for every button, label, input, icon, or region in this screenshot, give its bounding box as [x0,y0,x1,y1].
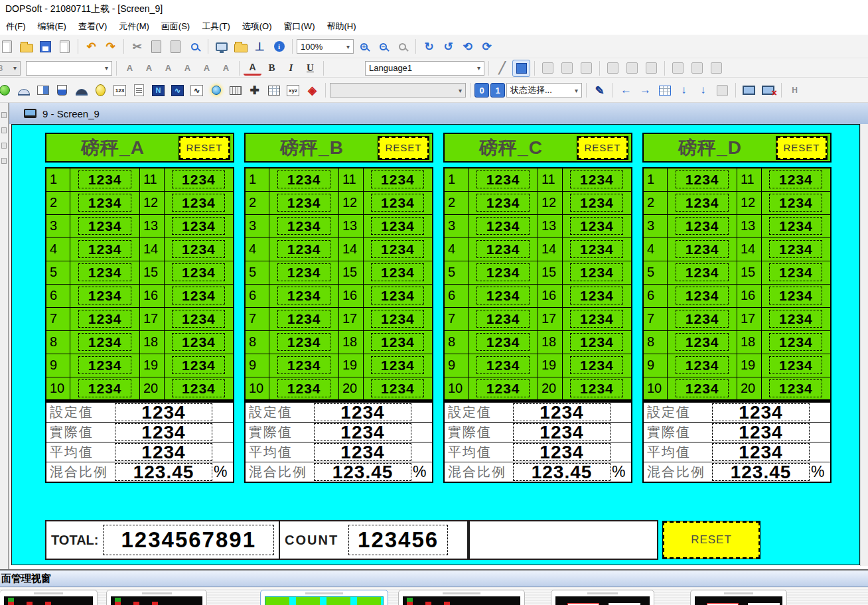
align-center-horizontal-icon[interactable] [558,60,576,77]
numeric-display[interactable]: 1234 [676,263,729,281]
numeric-display[interactable]: 1234 [769,310,822,328]
numeric-display[interactable]: 1234 [676,217,729,235]
align-bottom-icon[interactable] [642,60,660,77]
add-screen-icon[interactable] [212,38,230,55]
font-size-combo[interactable]: 3 ▾ [0,61,21,76]
draw-line-icon[interactable]: ╱ [493,60,511,77]
numeric-display-element-icon[interactable]: 123 [111,82,129,99]
menu-item[interactable]: 查看(V) [72,19,113,34]
numeric-display[interactable]: 1234 [676,333,729,351]
align-left-icon[interactable] [539,60,557,77]
info-icon[interactable]: i [270,38,288,55]
numeric-display[interactable]: 1234 [570,170,623,188]
save-icon[interactable] [36,38,54,55]
numeric-display[interactable]: 1234 [570,310,623,328]
numeric-display[interactable]: 1234 [172,217,225,235]
numeric-display[interactable]: 1234 [769,217,822,235]
numeric-display[interactable]: 1234 [570,333,623,351]
screen-thumbnail[interactable] [106,590,207,605]
numeric-display[interactable]: 1234 [172,263,225,281]
numeric-display[interactable]: 1234 [172,287,225,304]
numeric-display[interactable]: 1234 [78,263,131,281]
numeric-display[interactable]: 1234 [277,217,330,235]
zoom-out-icon[interactable]: − [374,38,392,55]
total-reset-button[interactable]: RESET [663,521,760,559]
numeric-display[interactable]: 1234 [371,333,424,351]
numeric-display[interactable]: 1234 [476,170,530,188]
dock-handle[interactable] [1,143,7,149]
state-0-button[interactable]: 0 [474,83,489,98]
numeric-display[interactable]: 1234 [570,240,623,258]
vertical-scrollbar[interactable] [860,124,868,566]
new-file-icon[interactable] [0,38,16,55]
language-combo[interactable]: Language1 ▾ [365,61,484,76]
curve-element-icon[interactable]: ∿ [188,82,206,99]
numeric-display[interactable]: 1234 [570,379,623,397]
bar-element-icon[interactable] [34,82,52,99]
align-top-icon[interactable] [604,60,622,77]
numeric-display[interactable]: 1234 [115,443,212,461]
italic-icon[interactable]: I [282,60,300,77]
screen-thumbnail[interactable] [260,590,388,605]
numeric-display[interactable]: 1234 [769,194,822,212]
numeric-display[interactable]: 1234 [172,356,225,374]
numeric-display[interactable]: 1234 [172,379,225,397]
numeric-display[interactable]: 1234 [570,194,623,212]
macro-icon[interactable]: H [786,82,804,99]
table-element-icon[interactable] [265,82,283,99]
numeric-display[interactable]: 1234 [676,287,729,304]
numeric-display[interactable]: 1234 [371,240,424,258]
numeric-display[interactable]: 1234 [371,287,424,304]
numeric-display[interactable]: 1234 [676,194,729,212]
text-align-left-icon[interactable]: A [121,60,139,77]
trend-graph-element-icon[interactable]: ∿ [169,82,186,99]
numeric-display[interactable]: 1234 [314,403,411,421]
numeric-display[interactable]: 123.45 [115,463,212,481]
numeric-display[interactable]: 1234 [277,333,330,351]
numeric-display[interactable]: 1234 [277,263,330,281]
menu-item[interactable]: 帮助(H) [321,19,362,34]
numeric-display[interactable]: 1234 [476,379,530,397]
redo-icon[interactable]: ↷ [102,38,119,55]
numeric-display[interactable]: 1234 [115,403,212,421]
numeric-display[interactable]: 1234 [676,240,729,258]
numeric-display[interactable]: 1234 [371,379,424,397]
numeric-display[interactable]: 1234 [476,217,530,235]
numeric-display[interactable]: 1234 [78,310,131,328]
numeric-display[interactable]: 1234 [172,310,225,328]
screen-canvas[interactable]: 磅秤_A RESET 1 1234 11 1234 [11,124,860,565]
numeric-display[interactable]: 1234 [570,263,623,281]
numeric-display[interactable]: 1234 [78,379,131,397]
numeric-display[interactable]: 123.45 [513,463,611,481]
numeric-display[interactable]: 1234 [769,379,822,397]
same-height-icon[interactable] [688,60,706,77]
upload-icon[interactable] [713,82,731,99]
menu-item[interactable]: 画面(S) [155,19,196,34]
menu-item[interactable]: 元件(M) [113,19,155,34]
numeric-display[interactable]: 1234 [769,240,822,258]
same-size-icon[interactable] [707,60,725,77]
cut-icon[interactable]: ✂ [128,38,146,55]
numeric-display[interactable]: 1234 [513,443,611,461]
rotate-right-icon[interactable]: ⟳ [478,38,496,55]
text-align-bottom-icon[interactable]: A [217,60,235,77]
numeric-display[interactable]: 1234 [570,287,623,304]
pipe-element-icon[interactable]: ✚ [246,82,263,99]
alarm-element-icon[interactable] [207,82,225,99]
button-element-icon[interactable] [0,82,13,99]
numeric-display[interactable]: 1234 [277,310,330,328]
numeric-display[interactable]: 123.45 [712,463,810,481]
simulation-icon[interactable] [740,82,758,99]
open-screen-icon[interactable] [232,38,250,55]
numeric-display[interactable]: 1234 [769,287,822,304]
numeric-display[interactable]: 1234 [78,356,131,374]
numeric-display[interactable]: 1234 [712,403,810,421]
numeric-input-element-icon[interactable]: N [149,82,167,99]
keypad-element-icon[interactable] [226,82,244,99]
numeric-display[interactable]: 1234 [476,287,530,304]
panel-reset-button[interactable]: RESET [577,137,628,159]
export-icon[interactable] [56,38,74,55]
paste-icon[interactable] [167,38,184,55]
half-meter-element-icon[interactable] [72,82,90,99]
tank-element-icon[interactable] [53,82,71,99]
